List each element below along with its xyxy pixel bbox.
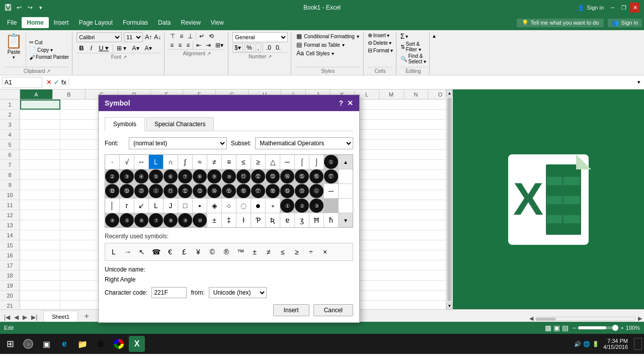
zoom-slider[interactable]	[578, 326, 618, 329]
sym-b11[interactable]: ⑪	[164, 184, 178, 198]
sym-b0[interactable]: ⓪	[309, 184, 324, 198]
char-code-input[interactable]	[151, 287, 187, 298]
sym-sqrt[interactable]: √	[120, 155, 134, 169]
cell-A1[interactable]	[20, 100, 60, 110]
grid-cell[interactable]	[60, 120, 101, 130]
align-left-btn[interactable]: ≡	[169, 41, 175, 49]
sym-z[interactable]: ʒ	[295, 213, 309, 227]
sym-e9[interactable]: ⑨	[178, 213, 192, 227]
page-layout-btn[interactable]: ▣	[553, 324, 560, 332]
nav-prev-btn[interactable]: ◀	[12, 313, 21, 322]
recent-pm[interactable]: ±	[248, 245, 261, 258]
sym-l2[interactable]: L	[149, 199, 163, 213]
formula-input[interactable]	[69, 79, 634, 86]
sym-r[interactable]: r	[120, 199, 134, 213]
decrease-decimal-btn[interactable]: 0.	[274, 44, 282, 52]
taskbar-system-icons[interactable]: 🔊 🌐 🔋	[574, 341, 599, 347]
taskbar-settings[interactable]: ⚙	[93, 336, 109, 352]
grid-cell[interactable]	[20, 140, 60, 150]
grid-cell[interactable]	[20, 291, 60, 301]
grid-cell[interactable]	[20, 150, 60, 160]
dialog-help-btn[interactable]: ?	[339, 99, 343, 107]
sym-P[interactable]: Ƥ	[251, 213, 265, 227]
nav-next-btn[interactable]: ▶	[21, 313, 29, 322]
recent-arrow[interactable]: →	[121, 245, 134, 258]
comma-btn[interactable]: ,	[256, 43, 261, 52]
sym-e10[interactable]: ⑩	[193, 213, 207, 227]
sym-d3[interactable]: ③	[309, 199, 324, 213]
grid-cell[interactable]	[20, 220, 60, 230]
sym-c0[interactable]: ⓪	[149, 184, 163, 198]
menu-home[interactable]: Home	[22, 17, 48, 28]
sym-scroll-thumb[interactable]	[324, 199, 338, 213]
scroll-down-btn[interactable]: ▼	[446, 302, 453, 309]
sym-e8[interactable]: ⑧	[164, 213, 178, 227]
hscroll-track[interactable]	[535, 317, 636, 321]
increase-font-btn[interactable]: A↑	[145, 34, 152, 41]
sym-b14[interactable]: ⑭	[207, 184, 221, 198]
sym-approx[interactable]: ≈	[193, 155, 207, 169]
cancel-button[interactable]: Cancel	[313, 304, 353, 316]
sheet-tab-sheet1[interactable]: Sheet1	[43, 311, 78, 322]
sym-c10[interactable]: ⑩	[222, 169, 236, 184]
nav-last-btn[interactable]: ▶|	[29, 313, 39, 322]
sym-b12[interactable]: ⑫	[178, 184, 192, 198]
number-format-select[interactable]: General	[232, 32, 288, 42]
menu-data[interactable]: Data	[153, 17, 176, 28]
zoom-handle[interactable]	[612, 325, 618, 331]
sym-leq[interactable]: ≤	[236, 155, 251, 169]
increase-indent-btn[interactable]: ⇥	[204, 41, 212, 49]
recent-yen[interactable]: ¥	[192, 245, 205, 258]
grid-cell[interactable]	[20, 270, 60, 281]
insert-button[interactable]: Insert	[273, 304, 309, 316]
grid-cell[interactable]	[60, 150, 101, 160]
recent-div[interactable]: ÷	[304, 245, 317, 258]
grid-cell[interactable]	[20, 240, 60, 250]
sym-c11[interactable]: ⑪	[236, 169, 251, 184]
sym-geq[interactable]: ≥	[251, 155, 265, 169]
taskbar-edge[interactable]: e	[56, 336, 72, 352]
menu-review[interactable]: Review	[176, 17, 205, 28]
col-header-N[interactable]: N	[404, 89, 429, 99]
recent-L[interactable]: L	[107, 245, 120, 258]
sym-c7[interactable]: ⑦	[178, 169, 192, 184]
align-middle-btn[interactable]: ≡	[178, 32, 185, 40]
sym-b16[interactable]: ⑯	[236, 184, 251, 198]
recent-phone[interactable]: ☎	[149, 245, 163, 258]
grid-cell[interactable]	[20, 281, 60, 291]
sym-c19[interactable]: ⑲	[120, 184, 134, 198]
minimize-btn[interactable]: ─	[608, 3, 618, 13]
sym-h[interactable]: ħ	[324, 213, 338, 227]
confirm-formula-btn[interactable]: ✓	[54, 78, 59, 86]
format-painter-button[interactable]: 🖌Format Painter	[29, 54, 69, 60]
grid-cell[interactable]	[60, 200, 101, 210]
sym-L[interactable]: L	[149, 155, 163, 169]
find-select-btn[interactable]: 🔍Find &Select ▾	[400, 53, 427, 64]
taskbar-file-explorer[interactable]: 📁	[74, 336, 91, 352]
sym-c3[interactable]: ③	[120, 169, 134, 184]
menu-view[interactable]: View	[206, 17, 229, 28]
recent-neq[interactable]: ≠	[262, 245, 275, 258]
restore-btn[interactable]: ❐	[619, 3, 629, 13]
sym-lslash[interactable]: ł	[236, 213, 251, 227]
sym-sq[interactable]: □	[178, 199, 192, 213]
conditional-formatting-btn[interactable]: ▦ Conditional Formatting ▾	[295, 32, 360, 40]
grid-cell[interactable]	[60, 270, 101, 281]
align-right-btn[interactable]: ≡	[185, 41, 191, 49]
sym-c14[interactable]: ⑭	[280, 169, 294, 184]
recent-times[interactable]: ×	[318, 245, 332, 258]
sym-scroll-up[interactable]: ▲	[339, 155, 353, 169]
grid-cell[interactable]	[20, 190, 60, 200]
orientation-btn[interactable]: ⟲	[207, 32, 215, 40]
sym-c5[interactable]: ⑤	[149, 169, 163, 184]
hscroll-thumb[interactable]	[536, 318, 556, 321]
italic-btn[interactable]: I	[88, 43, 95, 53]
cancel-formula-btn[interactable]: ✕	[46, 78, 52, 86]
grid-cell[interactable]	[60, 180, 101, 190]
expand-ribbon-btn[interactable]: ▲	[431, 32, 438, 75]
undo-icon[interactable]: ↩	[15, 4, 23, 12]
grid-cell[interactable]	[60, 250, 101, 260]
sym-e7[interactable]: ⑦	[149, 213, 163, 227]
page-break-btn[interactable]: ▤	[562, 324, 569, 332]
sym-b13[interactable]: ⑬	[193, 184, 207, 198]
